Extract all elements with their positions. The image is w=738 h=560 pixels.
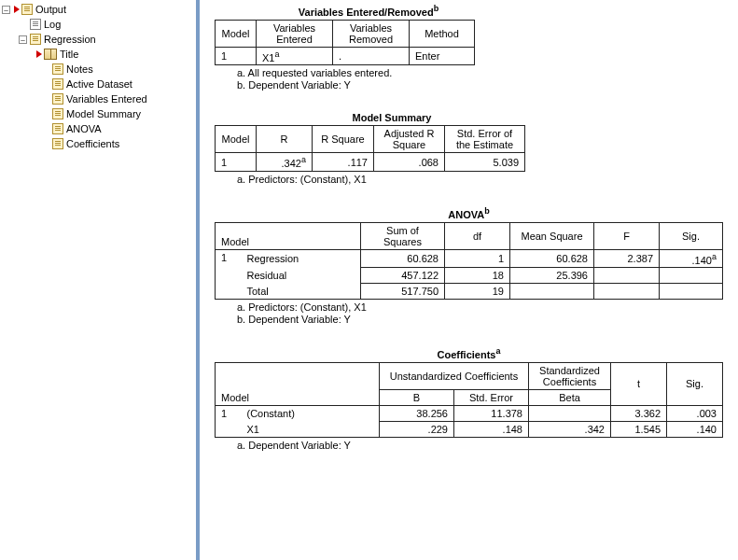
tree-node-log[interactable]: Log (2, 17, 196, 32)
col-header: Unstandardized Coefficients (380, 362, 529, 389)
output-tree: – Output Log – Regression Title Notes Ac… (0, 0, 200, 560)
doc-icon (52, 63, 63, 75)
footnotes: a. Predictors: (Constant), X1 (237, 174, 727, 186)
col-header: Std. Error of the Estimate (445, 126, 525, 153)
arrow-icon (14, 6, 20, 13)
col-header: R Square (313, 126, 374, 153)
tree-node-anova[interactable]: ANOVA (2, 121, 196, 136)
footnotes: a. Dependent Variable: Y (237, 440, 727, 452)
doc-icon (52, 108, 63, 119)
col-header: Variables Removed (333, 20, 410, 47)
tree-node-model-summary[interactable]: Model Summary (2, 106, 196, 121)
collapse-icon[interactable]: – (19, 35, 27, 44)
col-header: Model (216, 126, 257, 153)
col-header: B (380, 389, 454, 405)
doc-icon (52, 123, 63, 134)
title-icon (44, 49, 57, 60)
table-row: 1 (Constant) 38.256 11.378 3.362 .003 (216, 405, 723, 421)
col-header: Std. Error (454, 389, 529, 405)
col-header: F (594, 222, 660, 249)
table-row: 1 X1a . Enter (216, 47, 475, 65)
doc-icon (52, 78, 63, 90)
tree-label: Title (60, 49, 78, 60)
footnotes: a. Predictors: (Constant), X1 b. Depende… (237, 301, 727, 326)
col-header: df (445, 222, 510, 249)
tree-label: Coefficients (66, 138, 119, 149)
table-row: Residual 457.122 18 25.396 (216, 268, 723, 284)
tree-node-regression[interactable]: – Regression (2, 32, 196, 47)
tree-node-output[interactable]: – Output (2, 2, 196, 17)
tree-node-variables-entered[interactable]: Variables Entered (2, 91, 196, 106)
doc-icon (52, 93, 63, 105)
tree-label: Model Summary (66, 108, 141, 119)
table-row: 1 .342a .117 .068 5.039 (216, 153, 525, 172)
col-header: R (257, 126, 313, 153)
table-title: Model Summary (353, 112, 432, 123)
col-header: Sum of Squares (361, 222, 445, 249)
table-title: Coefficients (438, 349, 496, 360)
table-anova: ANOVAb Model Sum of Squares df Mean Squa… (215, 206, 727, 326)
col-header: Standardized Coefficients (529, 362, 611, 389)
collapse-icon[interactable]: – (2, 6, 10, 14)
col-header: Sig. (667, 362, 723, 405)
col-header: Variables Entered (257, 20, 333, 47)
table-title: ANOVA (448, 209, 484, 220)
tree-label: Regression (44, 34, 96, 45)
tree-label: ANOVA (66, 123, 102, 134)
arrow-icon (36, 50, 42, 58)
tree-node-active-dataset[interactable]: Active Dataset (2, 77, 196, 91)
footnotes: a. All requested variables entered. b. D… (237, 67, 727, 91)
table-model-summary: Model Summary Model R R Square Adjusted … (215, 112, 727, 186)
tree-node-coefficients[interactable]: Coefficients (2, 136, 196, 151)
tree-node-notes[interactable]: Notes (2, 62, 196, 77)
log-icon (30, 19, 41, 30)
col-header: t (611, 362, 667, 405)
col-header: Sig. (660, 222, 723, 249)
table-coefficients: Coefficientsa Model Unstandardized Coeff… (215, 346, 727, 452)
col-header: Model (216, 20, 257, 47)
tree-label: Log (44, 19, 61, 30)
col-header: Method (410, 20, 475, 47)
tree-node-title[interactable]: Title (2, 47, 196, 62)
tree-label: Output (35, 4, 66, 15)
col-header: Beta (529, 389, 611, 405)
tree-label: Variables Entered (66, 93, 147, 105)
folder-icon (30, 34, 41, 45)
col-header: Mean Square (510, 222, 594, 249)
table-variables-entered: Variables Entered/Removedb Model Variabl… (215, 4, 727, 91)
table-row: 1 Regression 60.628 1 60.628 2.387 .140a (216, 249, 723, 268)
output-viewer: Variables Entered/Removedb Model Variabl… (200, 0, 738, 560)
col-header: Model (216, 222, 361, 249)
tree-label: Notes (66, 63, 93, 75)
doc-icon (52, 138, 63, 149)
output-icon (21, 4, 33, 15)
col-header: Model (216, 362, 380, 405)
table-row: X1 .229 .148 .342 1.545 .140 (216, 421, 723, 437)
col-header: Adjusted R Square (374, 126, 445, 153)
table-title: Variables Entered/Removed (299, 7, 434, 18)
table-row: Total 517.750 19 (216, 284, 723, 300)
tree-label: Active Dataset (66, 78, 132, 90)
